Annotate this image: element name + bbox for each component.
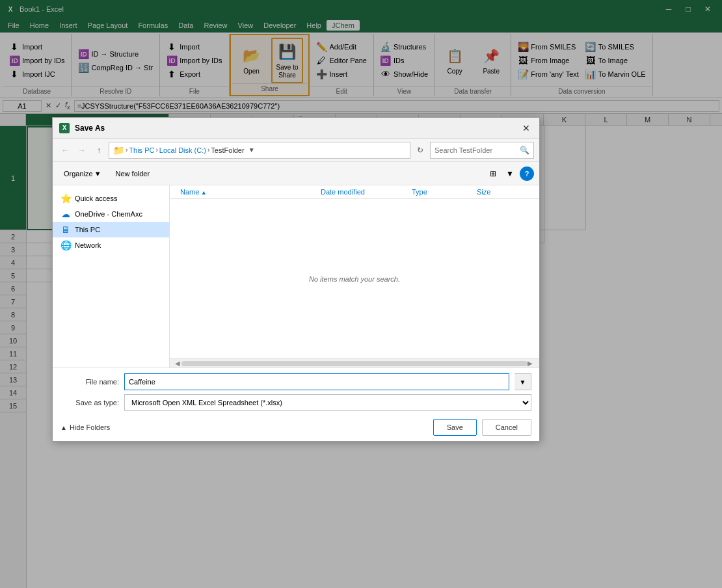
quick-access-label: Quick access (75, 194, 117, 202)
save-as-dialog: X Save As ✕ ← → ↑ 📁 › This PC › Local Di… (52, 117, 540, 442)
file-header: Name Date modified Type Size (170, 185, 539, 199)
scroll-right-btn[interactable]: ▶ (528, 360, 534, 367)
this-pc-label: This PC (75, 226, 100, 234)
dialog-close-button[interactable]: ✕ (518, 120, 534, 136)
filename-label: File name: (60, 378, 119, 386)
breadcrumb: 📁 › This PC › Local Disk (C:) › TestFold… (109, 142, 410, 159)
sidebar-onedrive[interactable]: ☁ OneDrive - ChemAxc (53, 206, 169, 222)
breadcrumb-sep-3: › (207, 146, 209, 154)
dialog-content: ⭐ Quick access ☁ OneDrive - ChemAxc 🖥 Th… (53, 185, 539, 368)
excel-window: X Book1 - Excel ─ □ ✕ File Home Insert P… (0, 0, 722, 588)
network-icon: 🌐 (60, 240, 71, 250)
sidebar-network[interactable]: 🌐 Network (53, 237, 169, 253)
files-list: No items match your search. (170, 199, 539, 358)
saveastype-label: Save as type: (60, 399, 119, 407)
new-folder-button[interactable]: New folder (110, 168, 156, 180)
this-pc-icon: 🖥 (60, 224, 71, 235)
onedrive-label: OneDrive - ChemAxc (75, 210, 142, 218)
saveastype-row: Save as type: Microsoft Open XML Excel S… (60, 394, 531, 411)
hide-folders-icon: ▲ (60, 424, 67, 431)
onedrive-icon: ☁ (60, 209, 71, 219)
hide-folders-label: Hide Folders (70, 423, 110, 431)
dialog-actions: ▲ Hide Folders Save Cancel (53, 416, 539, 441)
search-input[interactable] (435, 146, 520, 154)
filename-dropdown-arrow[interactable]: ▼ (515, 373, 531, 390)
breadcrumb-local-disk[interactable]: Local Disk (C:) (159, 146, 206, 154)
dialog-title: Save As (75, 124, 518, 133)
dialog-toolbar: Organize ▼ New folder ⊞ ▼ ? (53, 162, 539, 185)
saveastype-select[interactable]: Microsoft Open XML Excel Spreadsheet (*.… (124, 394, 531, 411)
quick-access-icon: ⭐ (60, 193, 71, 204)
organize-dropdown-icon: ▼ (94, 170, 101, 178)
breadcrumb-sep-2: › (155, 146, 157, 154)
filename-input[interactable] (124, 373, 509, 390)
help-button[interactable]: ? (520, 167, 534, 181)
breadcrumb-sep-1: › (126, 146, 127, 154)
view-list-button[interactable]: ⊞ (486, 167, 500, 181)
sidebar-quick-access[interactable]: ⭐ Quick access (53, 191, 169, 206)
scrollbar-area: ◀ ▶ (170, 358, 539, 368)
dialog-excel-icon: X (58, 122, 71, 135)
filename-row: File name: ▼ (60, 373, 531, 390)
dialog-overlay: X Save As ✕ ← → ↑ 📁 › This PC › Local Di… (0, 0, 722, 588)
no-items-message: No items match your search. (309, 275, 400, 283)
col-type-header[interactable]: Type (412, 187, 477, 197)
nav-back-button[interactable]: ← (58, 143, 72, 157)
search-icon: 🔍 (520, 146, 529, 155)
view-dropdown-button[interactable]: ▼ (503, 167, 517, 181)
dialog-excel-logo: X (59, 123, 70, 133)
network-label: Network (75, 241, 101, 249)
organize-label: Organize (64, 170, 93, 178)
sidebar-this-pc[interactable]: 🖥 This PC (53, 222, 169, 237)
breadcrumb-folder-icon: 📁 (113, 145, 124, 155)
nav-forward-button[interactable]: → (75, 143, 89, 157)
nav-refresh-button[interactable]: ↻ (413, 143, 427, 157)
dialog-title-bar: X Save As ✕ (53, 118, 539, 139)
save-button[interactable]: Save (433, 419, 477, 436)
nav-up-button[interactable]: ↑ (92, 143, 106, 157)
cancel-button[interactable]: Cancel (482, 419, 531, 436)
search-box: 🔍 (430, 142, 534, 159)
breadcrumb-dropdown-arrow[interactable]: ▼ (248, 146, 255, 154)
hide-folders-button[interactable]: ▲ Hide Folders (60, 423, 110, 431)
col-size-header[interactable]: Size (477, 187, 529, 197)
col-date-header[interactable]: Date modified (321, 187, 412, 197)
scroll-left-btn[interactable]: ◀ (175, 360, 181, 367)
dialog-nav: ← → ↑ 📁 › This PC › Local Disk (C:) › Te… (53, 139, 539, 162)
col-name-header[interactable]: Name (180, 187, 321, 197)
file-area: Name Date modified Type Size No items ma… (170, 185, 539, 368)
breadcrumb-this-pc[interactable]: This PC (129, 146, 154, 154)
horizontal-scrollbar[interactable] (181, 361, 528, 366)
breadcrumb-current-folder: TestFolder (211, 146, 244, 154)
sidebar-panel: ⭐ Quick access ☁ OneDrive - ChemAxc 🖥 Th… (53, 185, 170, 368)
dialog-footer: File name: ▼ Save as type: Microsoft Ope… (53, 368, 539, 416)
organize-button[interactable]: Organize ▼ (58, 168, 107, 180)
